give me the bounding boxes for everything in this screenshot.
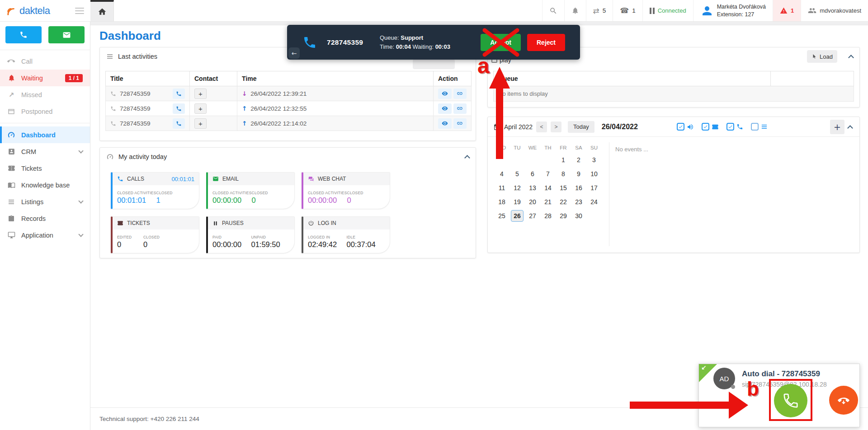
filter-calls[interactable] — [726, 123, 743, 131]
calendar-day[interactable]: 19 — [509, 195, 525, 209]
calendar-day[interactable]: 9 — [571, 167, 586, 181]
collapse-icon[interactable] — [464, 155, 470, 161]
calendar-day[interactable]: 21 — [540, 195, 556, 209]
status-button[interactable]: Connected — [642, 0, 693, 21]
calendar-day[interactable]: 4 — [494, 167, 509, 181]
column-header[interactable]: Contact — [190, 71, 237, 86]
checkbox-checked[interactable] — [702, 123, 709, 131]
link-button[interactable] — [453, 118, 467, 129]
load-button[interactable]: Load — [807, 50, 837, 63]
account-menu[interactable]: mdvorakovatest — [801, 0, 868, 21]
today-button[interactable]: Today — [568, 121, 594, 133]
calendar-day[interactable]: 10 — [586, 167, 602, 181]
calendar-day[interactable]: 2 — [571, 153, 586, 167]
prev-month-button[interactable]: < — [536, 122, 547, 132]
calendar-day[interactable]: 22 — [556, 195, 571, 209]
add-event-button[interactable]: + — [830, 120, 844, 134]
checkbox-checked[interactable] — [726, 123, 734, 131]
tab-home[interactable] — [90, 0, 114, 21]
collapse-icon[interactable] — [847, 125, 853, 131]
calls-button[interactable]: ☎ 1 — [613, 0, 642, 21]
view-button[interactable] — [438, 103, 452, 114]
waiting-value: 00:03 — [435, 43, 450, 50]
accept-button[interactable]: Accept — [481, 34, 521, 51]
add-contact-button[interactable]: + — [194, 118, 207, 129]
calendar-day[interactable]: 30 — [571, 209, 586, 223]
sidebar-item-call[interactable]: Call — [0, 53, 90, 70]
calendar-day[interactable]: 3 — [586, 153, 602, 167]
view-button[interactable] — [438, 118, 452, 129]
alerts-button[interactable]: 1 — [773, 0, 801, 21]
new-email-button[interactable] — [48, 26, 85, 43]
sidebar-item-tickets[interactable]: Tickets — [0, 160, 90, 177]
calendar-day[interactable]: 18 — [494, 195, 509, 209]
add-contact-button[interactable]: + — [194, 89, 207, 99]
add-contact-button[interactable]: + — [194, 103, 207, 114]
calendar-day[interactable]: 29 — [556, 209, 571, 223]
sidebar-item-records[interactable]: Records — [0, 210, 90, 227]
card-name: PAUSES — [222, 220, 244, 226]
calendar-day[interactable]: 6 — [525, 167, 540, 181]
column-header[interactable]: Title — [106, 71, 190, 86]
new-call-button[interactable] — [5, 26, 42, 43]
checkbox-unchecked[interactable] — [751, 123, 759, 131]
reject-button[interactable]: Reject — [527, 34, 565, 51]
calendar-day[interactable]: 28 — [540, 209, 556, 223]
sidebar-item-knowledge-base[interactable]: Knowledge base — [0, 177, 90, 193]
filter-other[interactable] — [751, 123, 768, 131]
filter-announcements[interactable] — [677, 123, 694, 131]
empty-row: No items to display — [493, 86, 854, 102]
link-button[interactable] — [453, 89, 467, 99]
calendar-day[interactable]: 13 — [525, 181, 540, 195]
link-button[interactable] — [453, 103, 467, 114]
call-back-button[interactable] — [173, 103, 185, 114]
calendar-day[interactable]: 17 — [586, 181, 602, 195]
calendar-day[interactable]: 14 — [540, 181, 556, 195]
sidebar-item-listings[interactable]: Listings — [0, 193, 90, 210]
calendar-day[interactable]: 26 — [509, 209, 525, 223]
sidebar-item-postponed[interactable]: Postponed — [0, 103, 90, 120]
minimize-arrow-icon[interactable]: ↙ — [701, 364, 707, 371]
calendar-day[interactable]: 27 — [525, 209, 540, 223]
next-month-button[interactable]: > — [551, 122, 561, 132]
sidebar-toggle-icon[interactable] — [75, 8, 84, 14]
notifications-button[interactable] — [564, 0, 586, 21]
view-button[interactable] — [438, 89, 452, 99]
calendar-day[interactable]: 1 — [556, 153, 571, 167]
activity-title[interactable]: 728745359 — [120, 90, 151, 97]
calendar-day[interactable]: 5 — [509, 167, 525, 181]
calendar-day-selected[interactable]: 26 — [511, 210, 524, 222]
calendar-day[interactable]: 12 — [509, 181, 525, 195]
sidebar-item-missed[interactable]: ↗ Missed — [0, 86, 90, 103]
activity-title[interactable]: 728745359 — [120, 120, 151, 127]
user-menu[interactable]: Markéta Dvořáková Extension: 127 — [693, 0, 773, 21]
calendar-day[interactable]: 23 — [571, 195, 586, 209]
calendar-day[interactable]: 7 — [540, 167, 556, 181]
back-button[interactable]: ← — [288, 47, 300, 59]
collapse-icon[interactable] — [848, 55, 854, 61]
transfers-button[interactable]: ⇄ 5 — [586, 0, 613, 21]
sidebar-item-dashboard[interactable]: Dashboard — [0, 126, 90, 143]
answer-call-button[interactable] — [774, 384, 807, 417]
calendar-day[interactable]: 25 — [494, 209, 509, 223]
search-button[interactable] — [542, 0, 564, 21]
call-back-button[interactable] — [173, 118, 185, 129]
sidebar-item-waiting[interactable]: Waiting 1 / 1 — [0, 70, 90, 86]
calendar-day[interactable]: 16 — [571, 181, 586, 195]
calendar-day[interactable]: 11 — [494, 181, 509, 195]
hidden-load-button[interactable] — [413, 59, 455, 69]
call-back-button[interactable] — [173, 89, 185, 99]
column-header[interactable]: Queue — [494, 71, 771, 86]
column-header[interactable]: Time — [237, 71, 434, 86]
activity-title[interactable]: 728745359 — [120, 105, 151, 112]
column-header[interactable]: Action — [434, 71, 472, 86]
calendar-day[interactable]: 24 — [586, 195, 602, 209]
sidebar-item-crm[interactable]: CRM — [0, 143, 90, 160]
filter-tickets[interactable] — [702, 123, 719, 131]
checkbox-checked[interactable] — [677, 123, 684, 131]
hang-up-button[interactable] — [829, 386, 858, 415]
calendar-day[interactable]: 20 — [525, 195, 540, 209]
sidebar-item-application[interactable]: Application — [0, 227, 90, 243]
calendar-day[interactable]: 8 — [556, 167, 571, 181]
calendar-day[interactable]: 15 — [556, 181, 571, 195]
